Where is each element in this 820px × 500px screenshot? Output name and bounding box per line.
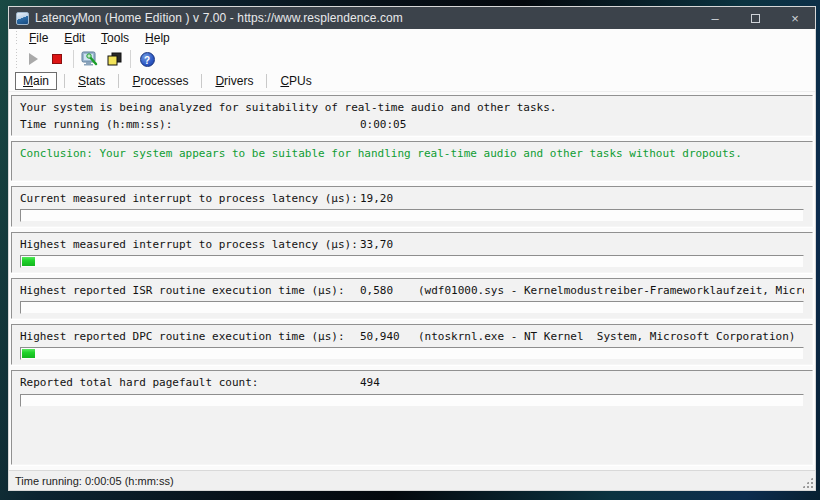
stop-button[interactable] [45, 49, 69, 69]
measurement-isr-time: Highest reported ISR routine execution t… [11, 278, 813, 319]
menu-edit[interactable]: Edit [56, 30, 93, 46]
maximize-icon [751, 14, 760, 23]
status-text: Time running: 0:00:05 (h:mm:ss) [15, 475, 174, 487]
monitor-analyze-icon [81, 51, 99, 68]
tab-stats[interactable]: Stats [70, 73, 113, 89]
toolbar: ? [9, 47, 815, 71]
close-icon: × [791, 11, 799, 26]
measurement-value: 33,70 [360, 238, 418, 250]
menu-help[interactable]: Help [137, 30, 178, 46]
play-icon [29, 53, 38, 65]
toolbar-gripper [14, 31, 18, 45]
minimize-button[interactable]: – [695, 7, 735, 29]
measurement-dpc-time: Highest reported DPC routine execution t… [11, 324, 813, 365]
toolbar-gripper2 [14, 49, 18, 69]
progress-fill [22, 257, 35, 266]
progress-bar [20, 301, 804, 314]
measurement-label: Reported total hard pagefault count: [20, 376, 360, 389]
measurement-value: 494 [360, 376, 418, 389]
measurement-extra: (wdf01000.sys - Kernelmodustreiber-Frame… [418, 284, 804, 296]
minimize-icon: – [711, 11, 718, 26]
measurement-pagefault-count: Reported total hard pagefault count: 494 [11, 370, 813, 465]
measurement-extra [418, 376, 804, 389]
toolbar-separator [73, 50, 74, 68]
measurement-label: Highest reported ISR routine execution t… [20, 284, 360, 296]
resize-grip[interactable] [802, 477, 813, 488]
measurement-highest-latency: Highest measured interrupt to process la… [11, 232, 813, 273]
tab-processes[interactable]: Processes [124, 73, 196, 89]
measurement-extra [418, 238, 804, 250]
analysis-panel: Your system is being analyzed for suitab… [11, 95, 813, 136]
help-icon: ? [140, 52, 155, 67]
progress-bar [20, 394, 804, 407]
status-bar: Time running: 0:00:05 (h:mm:ss) [9, 470, 815, 490]
tab-separator [64, 74, 65, 88]
time-running-label: Time running (h:mm:ss): [20, 118, 360, 131]
measurement-value: 0,580 [360, 284, 418, 296]
analyze-button[interactable] [78, 49, 102, 69]
latencymon-window: LatencyMon (Home Edition ) v 7.00 - http… [8, 6, 816, 491]
window-title: LatencyMon (Home Edition ) v 7.00 - http… [35, 11, 695, 25]
help-button[interactable]: ? [135, 49, 159, 69]
measurement-label: Highest reported DPC routine execution t… [20, 330, 360, 342]
start-button[interactable] [21, 49, 45, 69]
menu-tools[interactable]: Tools [93, 30, 137, 46]
measurement-extra: (ntoskrnl.exe - NT Kernel _System, Micro… [418, 330, 804, 342]
close-button[interactable]: × [775, 7, 815, 29]
time-running-row: Time running (h:mm:ss): 0:00:05 [20, 118, 804, 131]
main-content: Your system is being analyzed for suitab… [9, 92, 815, 470]
layers-icon [106, 51, 123, 67]
progress-bar [20, 347, 804, 360]
measurement-value: 50,940 [360, 330, 418, 342]
progress-bar [20, 209, 804, 222]
copy-report-button[interactable] [102, 49, 126, 69]
measurement-current-latency: Current measured interrupt to process la… [11, 186, 813, 227]
tab-drivers[interactable]: Drivers [207, 73, 261, 89]
conclusion-panel: Conclusion: Your system appears to be su… [11, 141, 813, 181]
tab-separator [118, 74, 119, 88]
measurement-label: Highest measured interrupt to process la… [20, 238, 360, 250]
analysis-message: Your system is being analyzed for suitab… [20, 101, 804, 114]
tab-cpus[interactable]: CPUs [272, 73, 319, 89]
progress-fill [22, 349, 35, 358]
maximize-button[interactable] [735, 7, 775, 29]
stop-icon [52, 54, 62, 64]
conclusion-text: Conclusion: Your system appears to be su… [20, 147, 742, 160]
tab-separator [266, 74, 267, 88]
measurement-label: Current measured interrupt to process la… [20, 192, 360, 204]
tab-bar: Main Stats Processes Drivers CPUs [9, 71, 815, 92]
title-bar: LatencyMon (Home Edition ) v 7.00 - http… [9, 7, 815, 29]
menu-file[interactable]: File [21, 30, 56, 46]
measurement-extra [418, 192, 804, 204]
time-running-value: 0:00:05 [360, 118, 406, 131]
tab-separator [201, 74, 202, 88]
toolbar-separator2 [130, 50, 131, 68]
menu-bar: File Edit Tools Help [9, 29, 815, 47]
app-icon [16, 12, 29, 25]
progress-bar [20, 255, 804, 268]
tab-main[interactable]: Main [15, 72, 57, 90]
measurement-value: 19,20 [360, 192, 418, 204]
